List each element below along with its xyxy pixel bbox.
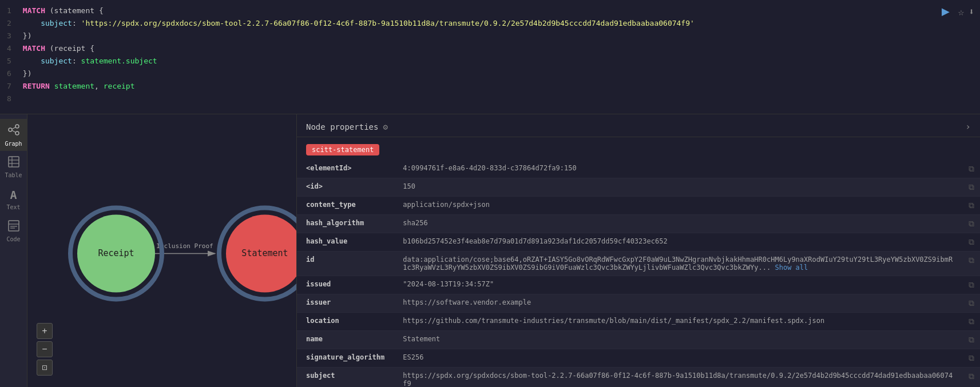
prop-val-hash-algo: sha256 — [394, 215, 963, 233]
prop-copy-elementid[interactable]: ⧉ — [963, 160, 980, 178]
code-line-2: subject: 'https://spdx.org/spdxdocs/sbom… — [23, 17, 975, 30]
graph-canvas: Inclusion Proof Receipt Statement — [27, 114, 296, 387]
svg-line-3 — [12, 127, 15, 129]
prop-val-hash-val: b106bd257452e3f4eab8e7d79a01d7d891a923da… — [394, 233, 963, 252]
prop-val-issuer: https://software.vendor.example — [394, 294, 963, 313]
code-line-1: MATCH (statement { — [23, 5, 975, 17]
collapse-button[interactable]: › — [965, 121, 971, 132]
prop-val-id-long: data:application/cose;base64,oRZAT+IASY5… — [394, 252, 963, 276]
prop-val-content-type: application/spdx+json — [394, 197, 963, 215]
zoom-in-button[interactable]: + — [37, 323, 53, 339]
svg-point-1 — [15, 125, 19, 128]
prop-copy-issuer[interactable]: ⧉ — [963, 294, 980, 313]
table-row: content_type application/spdx+json ⧉ — [297, 197, 980, 215]
sidebar-item-graph[interactable]: Graph — [0, 119, 27, 151]
table-row: hash_value b106bd257452e3f4eab8e7d79a01d… — [297, 233, 980, 252]
graph-area[interactable]: Inclusion Proof Receipt Statement + − ⊡ — [27, 114, 296, 387]
prop-key-hash-algo: hash_algorithm — [297, 215, 394, 233]
prop-copy-id[interactable]: ⧉ — [963, 178, 980, 197]
svg-point-2 — [15, 131, 19, 135]
code-content[interactable]: MATCH (statement { subject: 'https://spd… — [18, 5, 980, 105]
table-row: name Statement ⧉ — [297, 331, 980, 349]
table-row: issued "2024-08-13T19:34:57Z" ⧉ — [297, 276, 980, 294]
tag-badge[interactable]: scitt-statement — [306, 144, 379, 155]
zoom-out-button[interactable]: − — [37, 341, 53, 357]
prop-key-sig-algo: signature_algorithm — [297, 349, 394, 368]
prop-val-sig-algo: ES256 — [394, 349, 963, 368]
zoom-fit-button[interactable]: ⊡ — [37, 360, 53, 376]
sidebar-item-code[interactable]: Code — [0, 215, 27, 247]
prop-key-location: location — [297, 313, 394, 331]
sidebar-label-code: Code — [6, 236, 20, 242]
prop-copy-id-long[interactable]: ⧉ — [963, 252, 980, 276]
star-button[interactable]: ☆ — [958, 6, 965, 18]
run-button[interactable]: ▶ — [938, 3, 954, 19]
code-line-5: subject: statement.subject — [23, 55, 975, 67]
table-row: <id> 150 ⧉ — [297, 178, 980, 197]
zoom-controls: + − ⊡ — [37, 323, 53, 376]
sidebar-label-text: Text — [6, 204, 20, 210]
table-row: id data:application/cose;base64,oRZAT+IA… — [297, 252, 980, 276]
code-icon — [8, 220, 19, 234]
prop-key-elementid: <elementId> — [297, 160, 394, 178]
prop-val-elementid: 4:0994761f-e8a6-4d20-833d-c37864d72fa9:1… — [394, 160, 963, 178]
prop-val-issued: "2024-08-13T19:34:57Z" — [394, 276, 963, 294]
prop-copy-hash-val[interactable]: ⧉ — [963, 233, 980, 252]
prop-key-issued: issued — [297, 276, 394, 294]
properties-panel: Node properties ⚙ › scitt-statement <ele… — [296, 114, 980, 387]
sidebar: Graph Table A Text — [0, 114, 27, 387]
svg-rect-9 — [9, 221, 19, 231]
gear-icon[interactable]: ⚙ — [383, 122, 387, 131]
table-row: <elementId> 4:0994761f-e8a6-4d20-833d-c3… — [297, 160, 980, 178]
properties-table: <elementId> 4:0994761f-e8a6-4d20-833d-c3… — [297, 160, 980, 387]
graph-icon — [7, 123, 20, 138]
prop-key-hash-val: hash_value — [297, 233, 394, 252]
code-lines: 1 2 3 4 5 6 7 8 MATCH (statement { subje… — [0, 0, 980, 110]
prop-key-issuer: issuer — [297, 294, 394, 313]
prop-copy-sig-algo[interactable]: ⧉ — [963, 349, 980, 368]
svg-line-4 — [12, 130, 15, 133]
svg-point-0 — [9, 128, 12, 131]
table-row: issuer https://software.vendor.example ⧉ — [297, 294, 980, 313]
tag-area: scitt-statement — [297, 137, 980, 160]
properties-title-text: Node properties — [306, 122, 378, 131]
table-row: signature_algorithm ES256 ⧉ — [297, 349, 980, 368]
line-numbers: 1 2 3 4 5 6 7 8 — [0, 5, 18, 105]
prop-val-subject: https://spdx.org/spdxdocs/sbom-tool-2.2.… — [394, 368, 963, 388]
sidebar-label-table: Table — [5, 172, 22, 178]
main-container: ▶ ☆ ⬇ 1 2 3 4 5 6 7 8 MATCH (statement {… — [0, 0, 980, 387]
prop-key-id-long: id — [297, 252, 394, 276]
svg-rect-5 — [9, 157, 19, 167]
save-button[interactable]: ⬇ — [969, 6, 974, 17]
code-editor-toolbar: ▶ ☆ ⬇ — [938, 3, 974, 19]
receipt-node-label: Receipt — [98, 248, 134, 258]
prop-copy-name[interactable]: ⧉ — [963, 331, 980, 349]
prop-key-content-type: content_type — [297, 197, 394, 215]
prop-copy-location[interactable]: ⧉ — [963, 313, 980, 331]
edge-label-inclusion-proof: Inclusion Proof — [156, 242, 213, 250]
prop-key-subject: subject — [297, 368, 394, 388]
prop-key-name: name — [297, 331, 394, 349]
properties-header: Node properties ⚙ › — [297, 114, 980, 137]
statement-node-label: Statement — [241, 248, 288, 258]
bottom-section: Graph Table A Text — [0, 114, 980, 387]
table-icon — [8, 156, 19, 170]
code-line-3: }) — [23, 30, 975, 42]
prop-copy-hash-algo[interactable]: ⧉ — [963, 215, 980, 233]
prop-val-id: 150 — [394, 178, 963, 197]
prop-copy-content-type[interactable]: ⧉ — [963, 197, 980, 215]
sidebar-item-text[interactable]: A Text — [0, 183, 27, 215]
properties-title: Node properties ⚙ — [306, 122, 388, 131]
code-line-4: MATCH (receipt { — [23, 42, 975, 55]
text-icon: A — [10, 188, 17, 202]
table-row: hash_algorithm sha256 ⧉ — [297, 215, 980, 233]
code-editor: ▶ ☆ ⬇ 1 2 3 4 5 6 7 8 MATCH (statement {… — [0, 0, 980, 114]
prop-key-id: <id> — [297, 178, 394, 197]
table-row: location https://github.com/transmute-in… — [297, 313, 980, 331]
prop-val-location: https://github.com/transmute-industries/… — [394, 313, 963, 331]
prop-val-name: Statement — [394, 331, 963, 349]
sidebar-item-table[interactable]: Table — [0, 151, 27, 183]
table-row: subject https://spdx.org/spdxdocs/sbom-t… — [297, 368, 980, 388]
prop-copy-subject[interactable]: ⧉ — [963, 368, 980, 388]
prop-copy-issued[interactable]: ⧉ — [963, 276, 980, 294]
